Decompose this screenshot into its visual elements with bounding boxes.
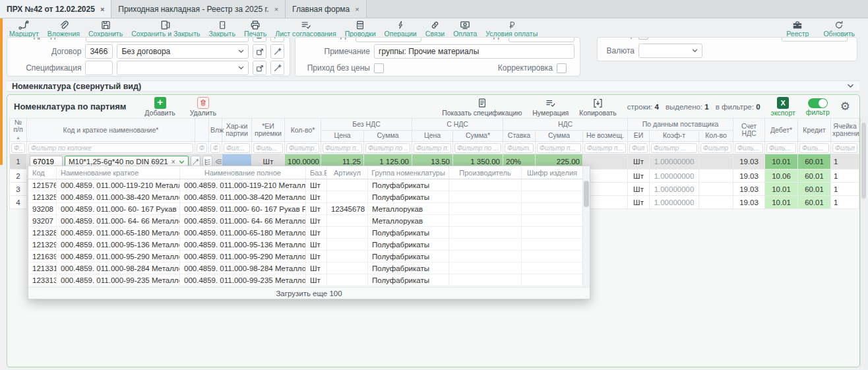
filter-input-sum-no[interactable] bbox=[365, 143, 410, 153]
correction-checkbox[interactable] bbox=[557, 63, 567, 73]
tab-main-form[interactable]: Главная форма × bbox=[286, 0, 367, 18]
row-number[interactable]: 2 bbox=[10, 170, 27, 183]
scrollbar-thumb[interactable] bbox=[861, 123, 866, 199]
dropdown-row[interactable]: 123313 000.4859. 011.000-99-235 Металлор… bbox=[28, 274, 590, 286]
vat-account-cell[interactable]: 19.03 bbox=[733, 154, 765, 170]
col-header-ei[interactable]: *ЕИ приемки bbox=[252, 119, 285, 142]
no-price-checkbox[interactable] bbox=[374, 63, 384, 73]
storage-cell[interactable]: 1 bbox=[831, 196, 859, 209]
save-close-button[interactable]: Сохранить и Закрыть bbox=[129, 20, 202, 38]
storage-cell[interactable]: 1 bbox=[831, 154, 859, 170]
col-header-sum-with-vat[interactable]: Сумма* bbox=[453, 130, 503, 142]
vat-rate-input[interactable] bbox=[509, 37, 574, 42]
magic-wand-button[interactable] bbox=[270, 44, 284, 59]
links-button[interactable]: Связи bbox=[423, 20, 447, 38]
filter-input-batch[interactable] bbox=[224, 143, 250, 153]
col-header-batch[interactable]: Хар-ки партии bbox=[222, 119, 252, 142]
filter-input-sup-ei[interactable] bbox=[629, 143, 648, 153]
vat-account-cell[interactable]: 19.03 bbox=[733, 170, 765, 183]
dropdown-row[interactable]: 93207 000.4859. 011.000- 64- 66 Металлор… bbox=[28, 215, 590, 227]
nomenclature-section-header[interactable]: Номенклатура (свернутый вид) bbox=[7, 80, 859, 92]
dropdown-row[interactable]: 121328 000.4859. 011.000-65-180 Металлор… bbox=[28, 227, 590, 239]
debit-cell[interactable]: 10.01 bbox=[765, 196, 798, 209]
col-header-vlj[interactable]: Влж bbox=[209, 119, 222, 142]
vertical-scrollbar[interactable] bbox=[860, 117, 867, 367]
filter-input-rate[interactable] bbox=[505, 143, 534, 153]
filter-input-num[interactable] bbox=[11, 143, 25, 153]
registry-button[interactable]: Реестр bbox=[784, 20, 811, 38]
sup-ei-cell[interactable]: Шт bbox=[628, 170, 650, 183]
sup-qty-cell[interactable] bbox=[699, 170, 733, 183]
sup-ei-cell[interactable]: Шт bbox=[628, 196, 650, 209]
filter-input-credit[interactable] bbox=[799, 143, 829, 153]
specification-code-input[interactable] bbox=[85, 61, 113, 75]
col-header-name[interactable]: Код и краткое наименование* bbox=[27, 119, 195, 142]
gear-icon[interactable]: ⚙ bbox=[840, 101, 850, 112]
col-header-sup-qty[interactable]: Кол-во bbox=[699, 130, 733, 142]
close-icon[interactable]: × bbox=[100, 5, 104, 13]
col-header-qty[interactable]: Кол-во* bbox=[285, 119, 321, 142]
coef-cell[interactable]: 1.00000000 bbox=[650, 183, 699, 196]
credit-cell[interactable]: 60.01 bbox=[798, 196, 831, 209]
credit-cell[interactable]: 60.01 bbox=[798, 183, 831, 196]
debit-cell[interactable]: 10.01 bbox=[765, 183, 798, 196]
dd-col-cipher[interactable]: Шифр изделия bbox=[522, 166, 583, 179]
filter-input-vat-sum[interactable] bbox=[537, 143, 581, 153]
show-spec-button[interactable]: Показать спецификацию bbox=[442, 98, 522, 116]
contract-select[interactable]: Без договора bbox=[117, 44, 249, 59]
filter-input-qty[interactable] bbox=[286, 143, 319, 153]
col-header-coef[interactable]: Коэф-т bbox=[650, 130, 699, 142]
row-number[interactable]: 4 bbox=[10, 196, 27, 209]
postings-button[interactable]: Проводки bbox=[342, 20, 379, 38]
scrollbar-thumb[interactable] bbox=[584, 181, 589, 207]
no-invoice-checkbox[interactable] bbox=[638, 37, 648, 40]
filter-input-name[interactable] bbox=[28, 143, 193, 153]
debit-cell[interactable]: 10.06 bbox=[765, 170, 798, 183]
col-header-sum-no-vat[interactable]: Сумма bbox=[364, 130, 412, 142]
open-card-button[interactable] bbox=[253, 44, 266, 59]
dd-col-code[interactable]: Код bbox=[28, 166, 57, 179]
dd-col-short-name[interactable]: Наименование краткое bbox=[57, 166, 180, 179]
col-header-price-no-vat[interactable]: Цена bbox=[321, 130, 364, 142]
col-header-vat-account[interactable]: Счет НДС bbox=[733, 119, 765, 142]
department-select[interactable] bbox=[86, 37, 249, 42]
copy-button[interactable]: Копировать bbox=[579, 98, 617, 116]
dd-col-manufacturer[interactable]: Производитель bbox=[449, 166, 522, 179]
dropdown-row[interactable]: 121331 000.4859. 011.000-98-284 Металлор… bbox=[28, 262, 590, 274]
open-card-button[interactable] bbox=[253, 61, 266, 75]
col-header-num[interactable]: № п/п ▲ bbox=[10, 119, 27, 142]
payment-button[interactable]: Оплата bbox=[450, 20, 480, 38]
tab-document[interactable]: ПРХ №42 от 12.02.2025 × bbox=[0, 0, 111, 18]
filter-input-non-refund[interactable] bbox=[584, 143, 626, 153]
filter-input-price-no[interactable] bbox=[323, 143, 362, 153]
vat-account-input[interactable] bbox=[356, 37, 421, 42]
debit-cell[interactable]: 10.01 bbox=[765, 154, 798, 170]
magic-wand-button[interactable] bbox=[270, 61, 284, 75]
col-header-price-with-vat[interactable]: Цена bbox=[412, 130, 453, 142]
row-number[interactable]: 3 bbox=[10, 183, 27, 196]
payment-terms-button[interactable]: Условия оплаты bbox=[483, 20, 540, 38]
col-header-wand[interactable] bbox=[195, 119, 209, 142]
contract-code-input[interactable] bbox=[85, 44, 113, 59]
clear-icon[interactable]: × bbox=[171, 158, 175, 166]
attachments-button[interactable]: Вложения bbox=[45, 20, 82, 38]
dd-col-group[interactable]: Группа номенклатуры bbox=[368, 166, 449, 179]
add-row-button[interactable]: + Добавить bbox=[144, 97, 175, 116]
storage-cell[interactable]: 1 bbox=[831, 183, 859, 196]
col-header-cell[interactable]: Ячейка хранения bbox=[831, 119, 859, 142]
numbering-button[interactable]: Нумерация bbox=[532, 98, 569, 116]
col-header-sup-ei[interactable]: ЕИ bbox=[628, 130, 650, 142]
chain-link-icon[interactable] bbox=[214, 158, 222, 166]
dd-col-article[interactable]: Артикул bbox=[327, 166, 368, 179]
route-button[interactable]: Маршрут bbox=[7, 20, 42, 38]
filter-input-price-w[interactable] bbox=[414, 143, 451, 153]
vat-account-cell[interactable]: 19.03 bbox=[733, 183, 765, 196]
sup-qty-cell[interactable] bbox=[699, 154, 733, 170]
chevron-down-icon[interactable] bbox=[847, 84, 854, 88]
filter-input-vlj[interactable] bbox=[210, 143, 220, 153]
filter-input-ei[interactable] bbox=[253, 143, 283, 153]
specification-select[interactable] bbox=[117, 61, 249, 75]
print-button[interactable]: Печать bbox=[241, 20, 269, 38]
col-header-debit[interactable]: Дебет* bbox=[765, 119, 798, 142]
coef-cell[interactable]: 1.00000000 bbox=[650, 154, 699, 170]
